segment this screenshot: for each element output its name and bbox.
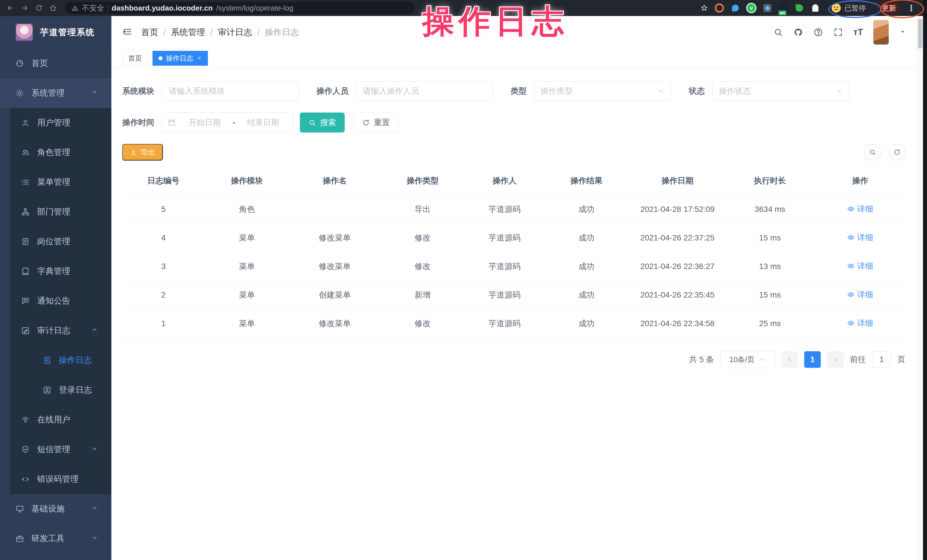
column-header: 操作日期 bbox=[629, 169, 726, 195]
date-range-picker[interactable]: 开始日期 - 结束日期 bbox=[162, 112, 293, 132]
reset-button[interactable]: 重置 bbox=[353, 112, 399, 132]
range-separator: - bbox=[231, 118, 236, 127]
cell-module: 菜单 bbox=[205, 309, 289, 338]
cell-action: 详细 bbox=[814, 224, 906, 252]
type-select[interactable]: 操作类型 bbox=[534, 81, 671, 101]
sidebar-item-label: 操作日志 bbox=[59, 355, 92, 366]
extension-gem-icon[interactable] bbox=[762, 3, 772, 13]
extension-switch-icon[interactable]: on bbox=[778, 3, 789, 13]
sidebar-item-user[interactable]: 用户管理 bbox=[10, 108, 111, 138]
avatar[interactable] bbox=[873, 20, 889, 44]
detail-link[interactable]: 详细 bbox=[847, 232, 873, 243]
extension-blue-drop-icon[interactable] bbox=[730, 3, 740, 13]
operator-label: 操作人员 bbox=[316, 86, 348, 97]
column-header: 操作人 bbox=[465, 169, 544, 195]
dashboard-icon bbox=[15, 59, 24, 68]
avatar-caret-down-icon[interactable] bbox=[899, 28, 906, 36]
breadcrumb-item[interactable]: 系统管理 bbox=[171, 27, 205, 38]
page-unit-label: 页 bbox=[897, 354, 905, 365]
sidebar-collapse-button[interactable] bbox=[122, 27, 132, 38]
sidebar-item-notice[interactable]: 通知公告 bbox=[10, 286, 111, 316]
sidebar-item-post[interactable]: 岗位管理 bbox=[10, 227, 111, 256]
tag-label: 首页 bbox=[128, 54, 142, 63]
sidebar-item-role[interactable]: 角色管理 bbox=[10, 138, 111, 167]
tag-active[interactable]: 操作日志 bbox=[152, 51, 208, 66]
address-divider bbox=[108, 4, 108, 12]
next-page-button[interactable] bbox=[827, 351, 843, 368]
sidebar-item-dict[interactable]: 字典管理 bbox=[10, 256, 111, 286]
breadcrumb-separator: / bbox=[257, 27, 260, 37]
breadcrumb-item[interactable]: 审计日志 bbox=[218, 27, 252, 38]
doc-icon bbox=[43, 356, 52, 365]
page-number-1[interactable]: 1 bbox=[804, 351, 821, 368]
export-button[interactable]: 导出 bbox=[122, 144, 163, 161]
fullscreen-icon[interactable] bbox=[833, 27, 843, 37]
goto-page-input[interactable] bbox=[872, 351, 891, 368]
search-icon bbox=[308, 119, 316, 126]
prev-page-button[interactable] bbox=[781, 351, 798, 368]
browser-reload-button[interactable] bbox=[33, 2, 45, 14]
tag-item[interactable]: 首页 bbox=[122, 51, 148, 66]
module-input[interactable] bbox=[162, 81, 299, 101]
profile-chip[interactable]: 已暂停 bbox=[826, 2, 871, 14]
topbar-icons: тT bbox=[774, 20, 906, 44]
status-select-placeholder: 操作状态 bbox=[719, 86, 751, 97]
app-title: 芋道管理系统 bbox=[40, 27, 95, 38]
search-button[interactable]: 搜索 bbox=[300, 112, 345, 132]
detail-link-label: 详细 bbox=[857, 261, 873, 272]
eye-icon bbox=[847, 205, 855, 213]
sidebar-item-audit-log[interactable]: 审计日志 bbox=[10, 316, 111, 346]
browser-forward-button[interactable] bbox=[18, 2, 31, 14]
cell-result: 成功 bbox=[544, 281, 629, 309]
extension-ghost-icon[interactable] bbox=[810, 3, 821, 13]
bookmark-star-icon[interactable] bbox=[700, 4, 708, 12]
cell-duration: 15 ms bbox=[726, 281, 814, 309]
toggle-search-button[interactable] bbox=[864, 144, 881, 161]
page-size-select[interactable]: 10条/页 bbox=[720, 351, 775, 368]
sidebar-item-error-code[interactable]: 错误码管理 bbox=[10, 464, 111, 494]
github-icon[interactable] bbox=[793, 27, 803, 37]
scrollbar-track[interactable] bbox=[917, 16, 923, 560]
sidebar-item-label: 角色管理 bbox=[37, 147, 70, 158]
eye-icon bbox=[847, 291, 855, 298]
cell-type: 修改 bbox=[380, 224, 465, 252]
scrollbar-thumb[interactable] bbox=[918, 18, 922, 49]
sidebar-item-online-user[interactable]: 在线用户 bbox=[10, 405, 111, 435]
extension-green-circle-icon[interactable]: v bbox=[746, 3, 757, 13]
sidebar-item-system[interactable]: 系统管理 bbox=[0, 78, 111, 108]
sidebar-item-operate-log[interactable]: 操作日志 bbox=[10, 346, 111, 375]
detail-link[interactable]: 详细 bbox=[847, 203, 873, 214]
browser-menu-dots-icon[interactable] bbox=[907, 4, 916, 12]
sidebar-item-dev-tools[interactable]: 研发工具 bbox=[0, 524, 111, 554]
sidebar-item-label: 错误码管理 bbox=[37, 473, 79, 485]
sidebar-item-dept[interactable]: 部门管理 bbox=[10, 197, 111, 227]
sidebar-item-home[interactable]: 首页 bbox=[0, 49, 111, 78]
sidebar-item-menu[interactable]: 菜单管理 bbox=[10, 167, 111, 197]
status-select[interactable]: 操作状态 bbox=[712, 81, 849, 101]
sidebar-item-login-log[interactable]: 登录日志 bbox=[10, 375, 111, 405]
font-size-icon[interactable]: тT bbox=[853, 27, 863, 37]
sidebar-item-sms[interactable]: 短信管理 bbox=[10, 435, 111, 464]
extension-leaf-icon[interactable] bbox=[794, 3, 804, 13]
address-bar[interactable]: 不安全 dashboard.yudao.iocoder.cn/system/lo… bbox=[65, 2, 415, 14]
breadcrumb-item[interactable]: 首页 bbox=[141, 27, 158, 38]
extension-orange-ring-icon[interactable] bbox=[714, 3, 725, 13]
filter-type: 类型 操作类型 bbox=[511, 81, 671, 101]
browser-home-button[interactable] bbox=[47, 2, 59, 14]
breadcrumb-separator: / bbox=[210, 27, 213, 37]
browser-update-button[interactable]: 更新 bbox=[877, 2, 901, 15]
help-icon[interactable] bbox=[813, 27, 823, 37]
chevron-down-icon bbox=[91, 534, 98, 543]
operator-input[interactable] bbox=[356, 81, 493, 101]
detail-link[interactable]: 详细 bbox=[847, 261, 873, 272]
sidebar-item-infra[interactable]: 基础设施 bbox=[0, 494, 111, 524]
chat-icon bbox=[21, 297, 30, 305]
close-icon[interactable] bbox=[197, 54, 202, 62]
browser-back-button[interactable] bbox=[4, 2, 17, 14]
detail-link[interactable]: 详细 bbox=[847, 289, 873, 300]
chevron-left-icon bbox=[786, 356, 793, 363]
search-icon[interactable] bbox=[774, 27, 783, 37]
refresh-table-button[interactable] bbox=[889, 144, 905, 161]
app-logo-row[interactable]: 芋道管理系统 bbox=[0, 16, 111, 49]
detail-link[interactable]: 详细 bbox=[847, 318, 873, 329]
